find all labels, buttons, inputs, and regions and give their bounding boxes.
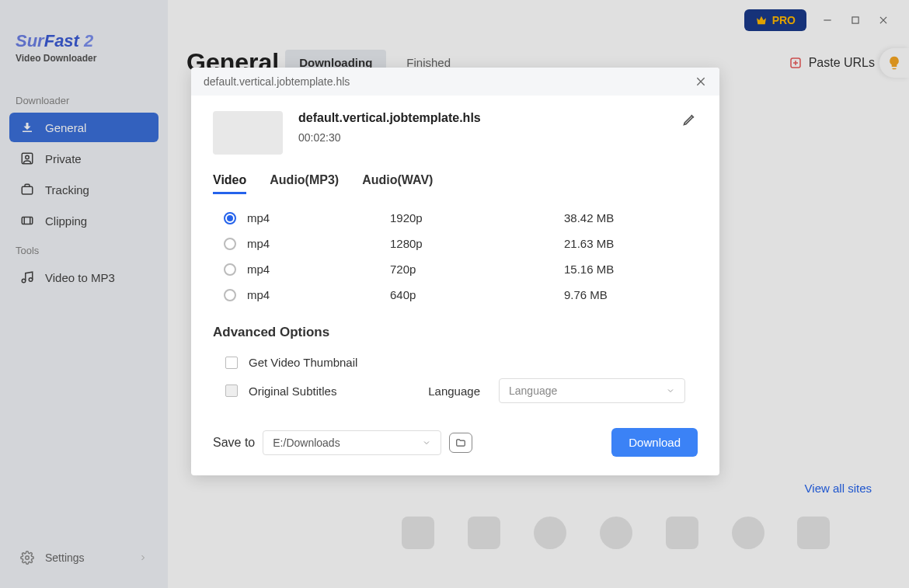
format-tab-audio-mp3[interactable]: Audio(MP3) bbox=[270, 173, 339, 194]
quality-format: mp4 bbox=[247, 263, 379, 276]
save-path-value: E:/Downloads bbox=[273, 437, 340, 449]
folder-icon bbox=[454, 437, 468, 448]
quality-format: mp4 bbox=[247, 237, 379, 250]
item-title: default.vertical.jobtemplate.hls bbox=[298, 111, 481, 125]
save-path-select[interactable]: E:/Downloads bbox=[263, 430, 441, 455]
quality-radio[interactable] bbox=[224, 289, 236, 301]
quality-resolution: 1920p bbox=[390, 211, 553, 224]
item-duration: 00:02:30 bbox=[298, 131, 481, 144]
quality-format: mp4 bbox=[247, 211, 379, 224]
save-row: Save to E:/Downloads Download bbox=[213, 428, 698, 457]
quality-resolution: 640p bbox=[390, 288, 553, 301]
quality-size: 15.16 MB bbox=[564, 263, 687, 276]
language-placeholder: Language bbox=[509, 384, 557, 397]
quality-radio[interactable] bbox=[224, 212, 236, 224]
option-subtitles-row: Original Subtitles Language Language bbox=[213, 374, 698, 408]
edit-title-button[interactable] bbox=[682, 111, 698, 127]
pencil-icon bbox=[682, 111, 698, 127]
quality-size: 38.42 MB bbox=[564, 211, 687, 224]
thumbnail-label: Get Video Thumbnail bbox=[249, 356, 357, 369]
download-button[interactable]: Download bbox=[611, 428, 698, 457]
advanced-options-title: Advanced Options bbox=[213, 325, 698, 340]
open-folder-button[interactable] bbox=[449, 433, 472, 453]
format-tabs: Video Audio(MP3) Audio(WAV) bbox=[213, 173, 698, 194]
quality-list: mp41920p38.42 MBmp41280p21.63 MBmp4720p1… bbox=[213, 205, 698, 308]
format-tab-video[interactable]: Video bbox=[213, 173, 246, 194]
quality-radio[interactable] bbox=[224, 263, 236, 276]
subtitles-checkbox bbox=[225, 384, 238, 397]
modal-header: default.vertical.jobtemplate.hls bbox=[191, 68, 719, 96]
quality-size: 21.63 MB bbox=[564, 237, 687, 250]
language-select[interactable]: Language bbox=[499, 378, 685, 403]
option-thumbnail-row[interactable]: Get Video Thumbnail bbox=[213, 351, 698, 374]
quality-row[interactable]: mp4720p15.16 MB bbox=[213, 256, 698, 282]
format-tab-audio-wav[interactable]: Audio(WAV) bbox=[362, 173, 433, 194]
quality-row[interactable]: mp4640p9.76 MB bbox=[213, 282, 698, 308]
chevron-down-icon bbox=[666, 386, 675, 395]
chevron-down-icon bbox=[422, 438, 431, 447]
item-header: default.vertical.jobtemplate.hls 00:02:3… bbox=[213, 111, 698, 155]
modal-body: default.vertical.jobtemplate.hls 00:02:3… bbox=[191, 96, 719, 475]
quality-row[interactable]: mp41920p38.42 MB bbox=[213, 205, 698, 231]
download-modal: default.vertical.jobtemplate.hls default… bbox=[191, 68, 719, 475]
quality-resolution: 1280p bbox=[390, 237, 553, 250]
subtitles-label: Original Subtitles bbox=[249, 384, 336, 398]
close-icon bbox=[695, 75, 707, 88]
video-thumbnail bbox=[213, 111, 283, 155]
modal-close-button[interactable] bbox=[695, 75, 707, 88]
save-to-label: Save to bbox=[213, 436, 255, 450]
quality-format: mp4 bbox=[247, 288, 379, 301]
quality-row[interactable]: mp41280p21.63 MB bbox=[213, 231, 698, 256]
quality-resolution: 720p bbox=[390, 263, 553, 276]
modal-header-title: default.vertical.jobtemplate.hls bbox=[204, 75, 350, 88]
thumbnail-checkbox[interactable] bbox=[225, 357, 238, 369]
quality-radio[interactable] bbox=[224, 238, 236, 250]
language-label: Language bbox=[428, 384, 480, 398]
quality-size: 9.76 MB bbox=[564, 288, 687, 301]
